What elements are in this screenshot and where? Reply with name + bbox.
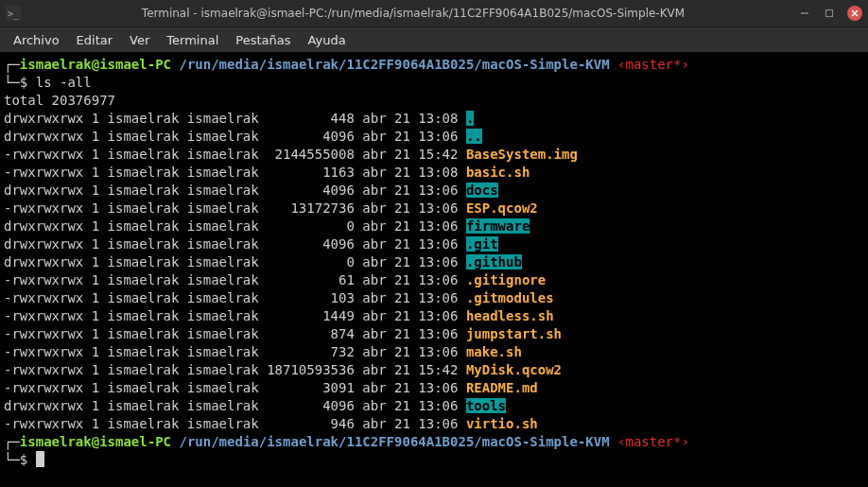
close-button[interactable]	[847, 6, 862, 21]
menu-ver[interactable]: Ver	[122, 30, 157, 50]
window-title: Terminal - ismaelrak@ismael-PC:/run/medi…	[28, 7, 798, 20]
menubar: Archivo Editar Ver Terminal Pestañas Ayu…	[0, 27, 868, 52]
minimize-button[interactable]	[798, 7, 811, 20]
maximize-button[interactable]	[823, 7, 836, 20]
menu-pestanas[interactable]: Pestañas	[228, 30, 298, 50]
menu-archivo[interactable]: Archivo	[6, 30, 67, 50]
menu-editar[interactable]: Editar	[69, 30, 121, 50]
menu-ayuda[interactable]: Ayuda	[301, 30, 354, 50]
terminal-app-icon: >_	[6, 6, 21, 21]
menu-terminal[interactable]: Terminal	[159, 30, 226, 50]
svg-rect-1	[826, 10, 833, 17]
terminal-cursor	[36, 451, 44, 467]
titlebar: >_ Terminal - ismaelrak@ismael-PC:/run/m…	[0, 0, 868, 27]
window-controls	[798, 6, 862, 21]
terminal-output[interactable]: ┌─ismaelrak@ismael-PC /run/media/ismaelr…	[0, 52, 868, 487]
